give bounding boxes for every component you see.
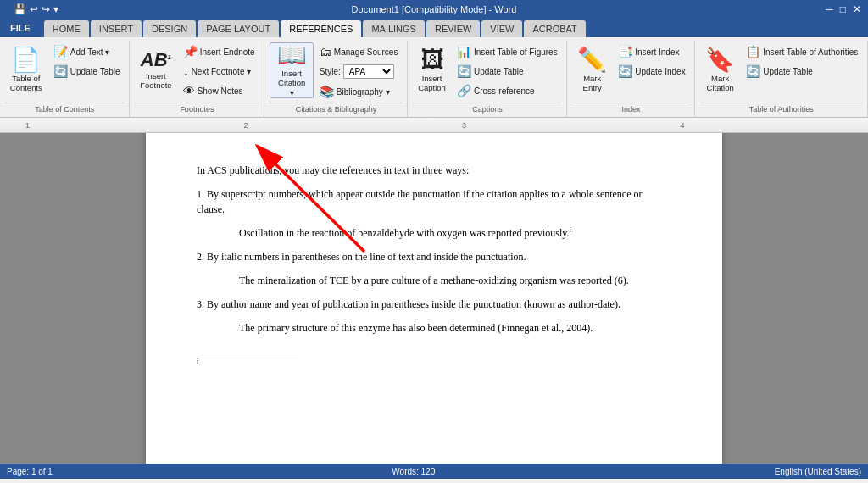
update-table2-icon: 🔄 — [457, 64, 471, 78]
update-index-label: Update Index — [635, 67, 686, 76]
undo-icon[interactable]: ↩ — [30, 3, 38, 15]
manage-sources-label: Manage Sources — [334, 47, 398, 57]
redo-icon[interactable]: ↪ — [42, 3, 50, 15]
citations-items: 📖 InsertCitation ▾ 🗂 Manage Sources Styl… — [270, 42, 402, 101]
footnotes-small-col: 📌 Insert Endnote ↓ Next Footnote ▾ 👁 Sho… — [179, 42, 259, 100]
insert-table-figures-btn[interactable]: 📊 Insert Table of Figures — [453, 42, 562, 61]
save-icon[interactable]: 💾 — [14, 3, 26, 15]
tab-design[interactable]: DESIGN — [143, 20, 196, 37]
tab-page-layout[interactable]: PAGE LAYOUT — [198, 20, 279, 37]
insert-index-btn[interactable]: 📑 Insert Index — [614, 42, 690, 61]
paragraph-3: Oscillation in the reaction of benzaldeh… — [239, 225, 671, 241]
update-table3-icon: 🔄 — [746, 64, 760, 78]
index-items: ✏️ MarkEntry 📑 Insert Index 🔄 Update Ind… — [572, 42, 690, 101]
paragraph-1: In ACS publications, you may cite refere… — [197, 163, 671, 178]
ribbon-group-authorities: 🔖 MarkCitation 📋 Insert Table of Authori… — [695, 41, 868, 117]
doc-content[interactable]: In ACS publications, you may cite refere… — [0, 133, 868, 464]
ribbon-group-index: ✏️ MarkEntry 📑 Insert Index 🔄 Update Ind… — [567, 41, 695, 117]
update-table2-btn[interactable]: 🔄 Update Table — [453, 62, 562, 80]
minimize-icon[interactable]: ─ — [826, 3, 833, 15]
mark-citation-label: MarkCitation — [707, 74, 734, 93]
show-notes-label: Show Notes — [198, 86, 243, 96]
update-index-btn[interactable]: 🔄 Update Index — [614, 62, 690, 80]
insert-table-authorities-icon: 📋 — [746, 45, 760, 58]
update-table3-btn[interactable]: 🔄 Update Table — [742, 62, 862, 80]
tab-home[interactable]: HOME — [44, 20, 89, 37]
mark-citation-icon: 🔖 — [705, 48, 735, 72]
next-footnote-icon: ↓ — [183, 64, 189, 78]
footnote-divider — [197, 353, 298, 353]
close-icon[interactable]: ✕ — [853, 3, 861, 15]
status-left: Page: 1 of 1 — [7, 467, 53, 476]
ribbon-group-toc: 📄 Table ofContents 📝 Add Text ▾ 🔄 Update… — [0, 41, 130, 117]
ribbon-group-citations: 📖 InsertCitation ▾ 🗂 Manage Sources Styl… — [264, 41, 408, 117]
tab-references[interactable]: REFERENCES — [281, 20, 361, 37]
toc-items: 📄 Table ofContents 📝 Add Text ▾ 🔄 Update… — [5, 42, 125, 101]
paragraph-7: The primary structure of this enzyme has… — [239, 320, 671, 336]
show-notes-btn[interactable]: 👁 Show Notes — [179, 81, 259, 100]
paragraph-4: 2. By italic numbers in parentheses on t… — [197, 249, 671, 264]
footnote-marker: i — [197, 358, 198, 365]
paragraph-2: 1. By superscript numbers, which appear … — [197, 186, 671, 217]
status-bar: Page: 1 of 1 Words: 120 English (United … — [0, 464, 868, 479]
update-table3-label: Update Table — [763, 67, 813, 76]
toc-group-label: Table of Contents — [5, 103, 124, 115]
tab-bar: HOME INSERT DESIGN PAGE LAYOUT REFERENCE… — [41, 19, 868, 37]
top-area: 💾 ↩ ↪ ▾ Document1 [Compatibility Mode] -… — [0, 0, 868, 133]
footnote-text: i — [197, 357, 671, 370]
insert-table-authorities-label: Insert Table of Authorities — [763, 47, 858, 57]
authorities-group-label: Table of Authorities — [700, 103, 862, 115]
tab-acrobat[interactable]: ACROBAT — [524, 20, 585, 37]
authorities-items: 🔖 MarkCitation 📋 Insert Table of Authori… — [700, 42, 862, 101]
tab-view[interactable]: VIEW — [481, 20, 522, 37]
update-table-btn[interactable]: 🔄 Update Table — [49, 62, 125, 80]
window-controls: ─ □ ✕ — [826, 3, 861, 15]
cross-reference-btn[interactable]: 🔗 Cross-reference — [453, 81, 562, 100]
captions-group-label: Captions — [413, 103, 561, 115]
insert-endnote-btn[interactable]: 📌 Insert Endnote — [179, 42, 259, 61]
citations-small-col: 🗂 Manage Sources Style: APA MLA Chicago … — [315, 42, 403, 101]
manage-sources-btn[interactable]: 🗂 Manage Sources — [315, 42, 403, 61]
add-text-btn[interactable]: 📝 Add Text ▾ — [49, 42, 125, 61]
toc-icon: 📄 — [11, 48, 41, 72]
insert-endnote-label: Insert Endnote — [200, 47, 255, 57]
insert-caption-btn[interactable]: 🖼 InsertCaption — [413, 42, 451, 98]
style-select[interactable]: APA MLA Chicago — [343, 64, 394, 79]
mark-entry-btn[interactable]: ✏️ MarkEntry — [572, 42, 612, 98]
update-table-icon: 🔄 — [53, 64, 68, 78]
toc-label: Table ofContents — [10, 74, 42, 93]
insert-caption-icon: 🖼 — [420, 48, 444, 72]
mark-citation-btn[interactable]: 🔖 MarkCitation — [700, 42, 740, 98]
insert-endnote-icon: 📌 — [183, 45, 198, 58]
insert-table-figures-label: Insert Table of Figures — [474, 47, 558, 57]
tab-mailings[interactable]: MAILINGS — [363, 20, 425, 37]
citations-group-label: Citations & Bibliography — [270, 103, 402, 115]
tab-insert[interactable]: INSERT — [91, 20, 142, 37]
next-footnote-btn[interactable]: ↓ Next Footnote ▾ — [179, 62, 259, 80]
ribbon: 📄 Table ofContents 📝 Add Text ▾ 🔄 Update… — [0, 37, 868, 118]
insert-footnote-btn[interactable]: AB1 InsertFootnote — [135, 42, 177, 98]
insert-footnote-label: InsertFootnote — [140, 71, 172, 91]
table-of-contents-btn[interactable]: 📄 Table ofContents — [5, 42, 47, 98]
file-button[interactable]: FILE — [0, 19, 41, 37]
update-index-icon: 🔄 — [618, 64, 632, 78]
style-row: Style: APA MLA Chicago — [315, 62, 403, 81]
restore-icon[interactable]: □ — [840, 3, 846, 15]
customize-icon[interactable]: ▾ — [53, 3, 58, 15]
style-text-label: Style: — [320, 67, 341, 76]
update-table-label: Update Table — [70, 67, 120, 76]
manage-sources-icon: 🗂 — [320, 45, 331, 58]
tab-review[interactable]: REVIEW — [426, 20, 480, 37]
insert-citation-label: InsertCitation ▾ — [275, 69, 308, 97]
insert-citation-btn[interactable]: 📖 InsertCitation ▾ — [270, 42, 313, 98]
insert-caption-label: InsertCaption — [418, 74, 446, 93]
add-text-label: Add Text ▾ — [70, 47, 110, 57]
bibliography-btn[interactable]: 📚 Bibliography ▾ — [315, 82, 403, 101]
insert-table-authorities-btn[interactable]: 📋 Insert Table of Authorities — [742, 42, 862, 61]
insert-index-icon: 📑 — [618, 45, 632, 58]
ruler-content: 1 2 3 4 5 6 7 — [17, 121, 868, 130]
update-table2-label: Update Table — [474, 67, 524, 76]
ribbon-group-captions: 🖼 InsertCaption 📊 Insert Table of Figure… — [408, 41, 567, 117]
mark-entry-icon: ✏️ — [577, 48, 607, 72]
paragraph-6: 3. By author name and year of publicatio… — [197, 297, 671, 312]
